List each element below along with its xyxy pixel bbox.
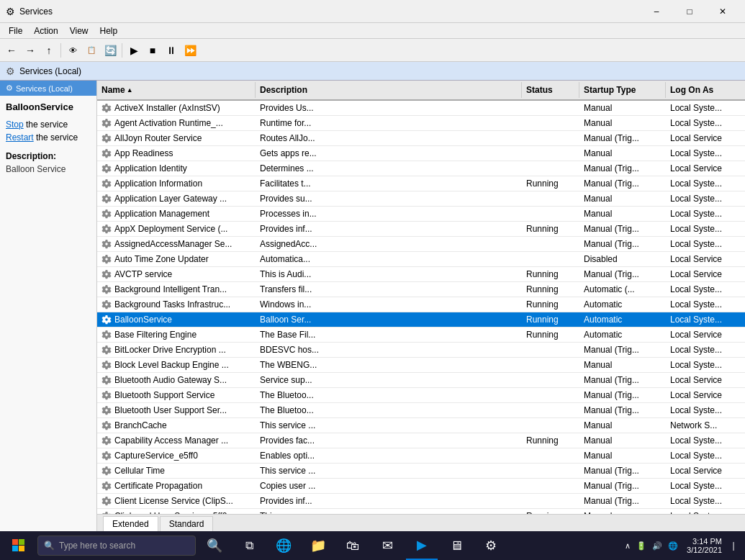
col-status[interactable]: Status <box>522 82 579 98</box>
service-cell-startup: Manual (Trig... <box>579 403 666 417</box>
toolbar-show-hide[interactable]: 👁 <box>64 42 81 59</box>
battery-icon: 🔋 <box>636 541 646 551</box>
service-row[interactable]: Bluetooth User Support Ser... The Blueto… <box>97 403 745 418</box>
taskbar-apps: 🔍 ⧉ 🌐 📁 🛍 ✉ ▶ 🖥 ⚙ <box>199 531 616 560</box>
service-row[interactable]: App Readiness Gets apps re... Manual Loc… <box>97 146 745 161</box>
service-cell-desc: Enables opti... <box>256 448 522 463</box>
service-cell-desc: Provides fac... <box>256 433 522 448</box>
network-icon[interactable]: 🌐 <box>668 541 678 551</box>
service-cell-logon: Local Service <box>666 161 745 176</box>
service-cell-name: Clipboard User Service_e5ff0 <box>97 509 256 514</box>
stop-link[interactable]: Stop <box>6 119 24 130</box>
service-row[interactable]: Application Management Processes in... M… <box>97 207 745 222</box>
service-row[interactable]: AppX Deployment Service (... Provides in… <box>97 222 745 237</box>
service-cell-startup: Manual <box>579 433 666 448</box>
taskbar-search-btn[interactable]: 🔍 <box>199 531 230 560</box>
taskbar-explorer[interactable]: 📁 <box>302 531 334 560</box>
service-row[interactable]: Capability Access Manager ... Provides f… <box>97 433 745 448</box>
restart-suffix: the service <box>36 132 78 143</box>
service-row[interactable]: Certificate Propagation Copies user ... … <box>97 479 745 494</box>
volume-icon[interactable]: 🔊 <box>652 541 662 551</box>
service-cell-startup: Manual <box>579 207 666 221</box>
service-row[interactable]: Application Layer Gateway ... Provides s… <box>97 191 745 207</box>
left-panel-header[interactable]: ⚙ Services (Local) <box>0 81 96 96</box>
service-row[interactable]: Cellular Time This service ... Manual (T… <box>97 464 745 479</box>
col-startup[interactable]: Startup Type <box>579 82 666 98</box>
description-label: Description: <box>6 151 91 161</box>
service-row[interactable]: ActiveX Installer (AxInstSV) Provides Us… <box>97 101 745 116</box>
taskbar-clock[interactable]: 3:14 PM 3/12/2021 <box>687 537 722 554</box>
chevron-icon[interactable]: ∧ <box>625 541 631 551</box>
service-cell-status <box>522 116 579 130</box>
taskbar-mail[interactable]: ✉ <box>371 531 403 560</box>
taskbar-search[interactable]: 🔍 Type here to search <box>37 536 196 556</box>
service-cell-desc: Provides Us... <box>256 101 522 115</box>
main-content: ⚙ Services (Local) BalloonService Stop t… <box>0 81 745 531</box>
toolbar-restart[interactable]: ⏩ <box>181 42 199 59</box>
service-row[interactable]: Auto Time Zone Updater Automatica... Dis… <box>97 252 745 267</box>
service-cell-logon: Local Syste... <box>666 494 745 508</box>
service-row[interactable]: Application Identity Determines ... Manu… <box>97 161 745 176</box>
service-name-text: Bluetooth Support Service <box>114 390 215 400</box>
service-row[interactable]: Agent Activation Runtime_... Runtime for… <box>97 116 745 131</box>
minimize-button[interactable]: – <box>640 0 673 23</box>
toolbar-back[interactable]: ← <box>3 42 20 59</box>
service-row[interactable]: CaptureService_e5ff0 Enables opti... Man… <box>97 448 745 464</box>
restart-link[interactable]: Restart <box>6 132 34 143</box>
start-button[interactable] <box>3 531 35 560</box>
service-row[interactable]: Background Intelligent Tran... Transfers… <box>97 282 745 297</box>
service-cell-status <box>522 494 579 508</box>
taskbar-settings[interactable]: ⚙ <box>475 531 507 560</box>
service-row[interactable]: Block Level Backup Engine ... The WBENG.… <box>97 358 745 373</box>
toolbar-pause[interactable]: ⏸ <box>163 42 180 59</box>
toolbar-up[interactable]: ↑ <box>40 42 58 59</box>
toolbar-refresh[interactable]: 🔄 <box>101 42 119 59</box>
service-cell-status <box>522 388 579 402</box>
col-logon[interactable]: Log On As <box>666 82 745 98</box>
service-row[interactable]: BitLocker Drive Encryption ... BDESVC ho… <box>97 343 745 358</box>
service-row[interactable]: AVCTP service This is Audi... Running Ma… <box>97 267 745 282</box>
taskbar-taskview[interactable]: ⧉ <box>233 531 265 560</box>
toolbar-properties[interactable]: 📋 <box>83 42 100 59</box>
tab-extended[interactable]: Extended <box>103 516 158 531</box>
close-button[interactable]: ✕ <box>706 0 739 23</box>
service-cell-name: App Readiness <box>97 146 256 161</box>
service-cell-startup: Automatic <box>579 328 666 342</box>
toolbar-play[interactable]: ▶ <box>125 42 143 59</box>
service-row[interactable]: Bluetooth Support Service The Bluetoo...… <box>97 388 745 403</box>
show-desktop-btn[interactable]: | <box>725 531 742 560</box>
service-row[interactable]: BalloonService Balloon Ser... Running Au… <box>97 312 745 328</box>
taskbar-store[interactable]: 🛍 <box>337 531 369 560</box>
service-row[interactable]: Base Filtering Engine The Base Fil... Ru… <box>97 328 745 343</box>
service-cell-desc: The Bluetoo... <box>256 403 522 417</box>
service-cell-startup: Manual (Trig... <box>579 176 666 191</box>
service-name-text: Agent Activation Runtime_... <box>114 118 223 128</box>
tab-standard[interactable]: Standard <box>160 516 214 531</box>
toolbar-stop[interactable]: ■ <box>144 42 161 59</box>
service-row[interactable]: Clipboard User Service_e5ff0 This user s… <box>97 509 745 514</box>
service-cell-logon: Local Syste... <box>666 343 745 357</box>
menu-action[interactable]: Action <box>28 24 63 37</box>
taskbar-powershell[interactable]: ▶ <box>406 531 438 560</box>
restore-button[interactable]: □ <box>673 0 706 23</box>
col-name[interactable]: Name <box>97 82 256 98</box>
service-row[interactable]: AssignedAccessManager Se... AssignedAcc.… <box>97 237 745 252</box>
taskbar-edge[interactable]: 🌐 <box>268 531 299 560</box>
toolbar-forward[interactable]: → <box>22 42 39 59</box>
service-row[interactable]: Bluetooth Audio Gateway S... Service sup… <box>97 373 745 388</box>
taskbar-rdp[interactable]: 🖥 <box>441 531 472 560</box>
service-row[interactable]: Background Tasks Infrastruc... Windows i… <box>97 297 745 312</box>
service-cell-startup: Disabled <box>579 252 666 266</box>
col-description[interactable]: Description <box>256 82 522 98</box>
service-row[interactable]: Client License Service (ClipS... Provide… <box>97 494 745 509</box>
service-row[interactable]: BranchCache This service ... Manual Netw… <box>97 418 745 433</box>
services-list[interactable]: ActiveX Installer (AxInstSV) Provides Us… <box>97 101 745 514</box>
service-row[interactable]: AllJoyn Router Service Routes AllJo... M… <box>97 131 745 146</box>
service-cell-status <box>522 131 579 145</box>
menu-view[interactable]: View <box>64 24 94 37</box>
menu-file[interactable]: File <box>3 24 28 37</box>
menu-help[interactable]: Help <box>94 24 124 37</box>
service-row[interactable]: Application Information Facilitates t...… <box>97 176 745 191</box>
service-cell-startup: Manual (Trig... <box>579 161 666 176</box>
service-name-text: Application Layer Gateway ... <box>114 194 227 204</box>
